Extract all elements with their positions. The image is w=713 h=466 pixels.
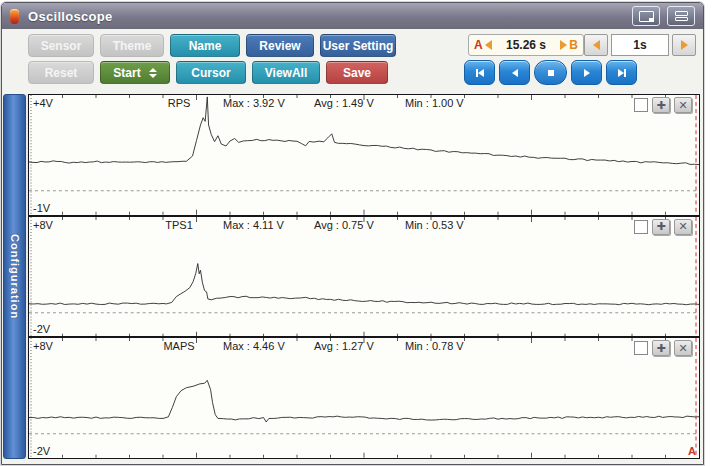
spinner-arrows-icon	[149, 68, 157, 78]
save-button[interactable]: Save	[326, 61, 388, 84]
skip-start-button[interactable]	[464, 60, 495, 85]
marker-a-label: A	[474, 38, 483, 52]
tile-layout-icon	[675, 11, 688, 21]
skip-end-icon	[616, 67, 628, 79]
ab-range-box: A 15.26 s B	[468, 34, 584, 56]
maps-waveform-plot[interactable]	[29, 338, 699, 458]
plus-icon: ✚	[656, 221, 665, 232]
snapshot-icon	[639, 11, 654, 22]
close-icon: ✕	[678, 100, 687, 111]
interval-value: 1s	[611, 34, 669, 56]
toolbar-row-2: Reset Start Cursor ViewAll Save	[28, 61, 388, 84]
window-title: Oscilloscope	[28, 9, 113, 24]
skip-end-button[interactable]	[606, 60, 637, 85]
close-icon: ✕	[678, 343, 687, 354]
avg-stat: Avg : 0.75 V	[314, 219, 374, 231]
app-icon	[10, 9, 19, 24]
interval-decrease-button[interactable]	[584, 34, 608, 56]
play-icon	[581, 67, 593, 79]
v-top-label: +8V	[33, 219, 53, 231]
left-arrow-icon	[593, 40, 600, 50]
channel-name: RPS	[139, 97, 219, 109]
avg-stat: Avg : 1.27 V	[314, 340, 374, 352]
step-back-icon	[509, 67, 521, 79]
channel-panels: +4V RPS Max : 3.92 V Avg : 1.49 V Min : …	[28, 94, 700, 459]
play-button[interactable]	[571, 60, 602, 85]
marker-b-label: B	[569, 38, 578, 52]
expand-channel-button[interactable]: ✚	[652, 340, 670, 356]
max-stat: Max : 4.46 V	[223, 340, 285, 352]
toolbar: Sensor Theme Name Review User Setting Re…	[2, 29, 703, 91]
max-stat: Max : 4.11 V	[223, 219, 284, 231]
transport-controls	[464, 60, 637, 85]
interval-increase-button[interactable]	[672, 34, 696, 56]
v-bottom-label: -1V	[33, 202, 50, 214]
channel-visibility-checkbox[interactable]	[634, 220, 648, 234]
cursor-button[interactable]: Cursor	[176, 61, 246, 84]
skip-start-icon	[474, 67, 486, 79]
viewall-button[interactable]: ViewAll	[252, 61, 320, 84]
marker-b-arrow-icon[interactable]	[560, 40, 567, 50]
v-top-label: +8V	[33, 340, 53, 352]
channel-panel-maps: +8V MAPS Max : 4.46 V Avg : 1.27 V Min :…	[29, 338, 699, 458]
channel-name: TPS1	[139, 219, 219, 231]
start-button-label: Start	[113, 66, 140, 80]
tps1-waveform-plot[interactable]	[29, 217, 699, 337]
ab-time-value: 15.26 s	[492, 38, 561, 52]
channel-visibility-checkbox[interactable]	[634, 341, 648, 355]
oscilloscope-window: Oscilloscope Sensor Theme Name Review Us…	[1, 2, 704, 465]
close-channel-button[interactable]: ✕	[674, 340, 692, 356]
rps-waveform-plot[interactable]	[29, 95, 699, 215]
stop-button[interactable]	[534, 60, 567, 85]
plus-icon: ✚	[656, 343, 665, 354]
start-button[interactable]: Start	[100, 61, 170, 84]
configuration-tab-label: Configuration	[9, 234, 21, 319]
close-channel-button[interactable]: ✕	[674, 219, 692, 235]
toolbar-row-1: Sensor Theme Name Review User Setting	[28, 34, 396, 57]
name-button[interactable]: Name	[170, 34, 240, 57]
tile-layout-button[interactable]	[667, 6, 695, 26]
expand-channel-button[interactable]: ✚	[652, 97, 670, 113]
min-stat: Min : 0.53 V	[405, 219, 464, 231]
close-icon: ✕	[678, 221, 687, 232]
theme-button[interactable]: Theme	[100, 34, 164, 57]
channel-panel-rps: +4V RPS Max : 3.92 V Avg : 1.49 V Min : …	[29, 95, 699, 215]
configuration-tab[interactable]: Configuration	[3, 94, 26, 459]
title-bar: Oscilloscope	[2, 3, 703, 29]
step-back-button[interactable]	[499, 60, 530, 85]
sensor-button[interactable]: Sensor	[28, 34, 94, 57]
max-stat: Max : 3.92 V	[223, 97, 285, 109]
interval-stepper: 1s	[584, 34, 696, 56]
channel-name: MAPS	[139, 340, 219, 352]
plus-icon: ✚	[656, 100, 665, 111]
right-arrow-icon	[681, 40, 688, 50]
channel-visibility-checkbox[interactable]	[634, 98, 648, 112]
marker-a-arrow-icon[interactable]	[485, 40, 492, 50]
snapshot-window-button[interactable]	[632, 6, 660, 26]
v-bottom-label: -2V	[33, 323, 50, 335]
channel-panel-tps1: +8V TPS1 Max : 4.11 V Avg : 0.75 V Min :…	[29, 217, 699, 337]
v-bottom-label: -2V	[33, 445, 50, 457]
min-stat: Min : 0.78 V	[405, 340, 464, 352]
min-stat: Min : 1.00 V	[405, 97, 464, 109]
close-channel-button[interactable]: ✕	[674, 97, 692, 113]
scope-area: Configuration +4V RPS Max : 3.92 V Avg :…	[3, 94, 700, 459]
v-top-label: +4V	[33, 97, 53, 109]
cursor-a-label[interactable]: A	[688, 445, 696, 457]
avg-stat: Avg : 1.49 V	[314, 97, 374, 109]
stop-icon	[545, 67, 557, 79]
expand-channel-button[interactable]: ✚	[652, 219, 670, 235]
user-setting-button[interactable]: User Setting	[320, 34, 396, 57]
reset-button[interactable]: Reset	[28, 61, 94, 84]
review-button[interactable]: Review	[246, 34, 314, 57]
